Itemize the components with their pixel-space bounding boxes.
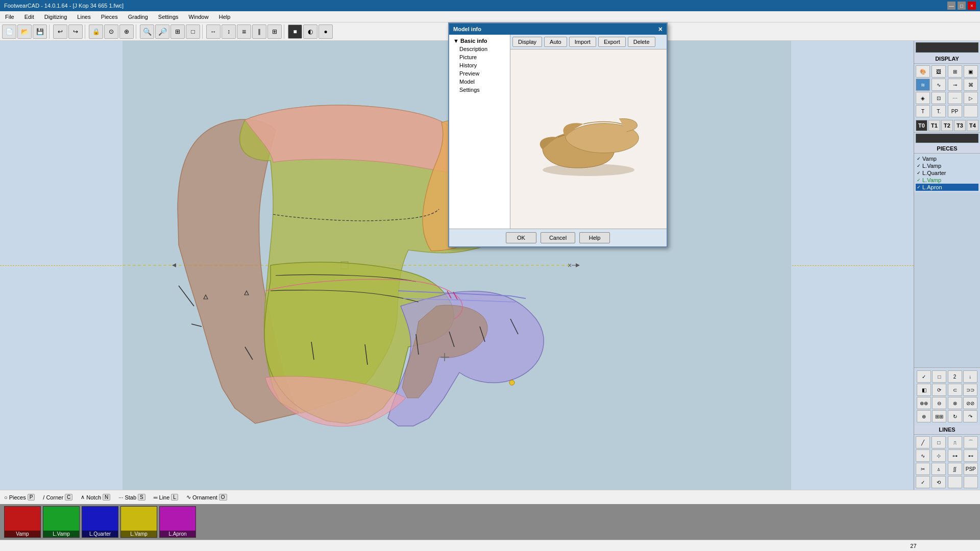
display-icon-2[interactable]: 🖼 — [932, 65, 946, 78]
lines-icon-3[interactable]: ⎍ — [948, 436, 962, 448]
display-icon-10[interactable]: ⊡ — [932, 92, 946, 104]
tb-undo[interactable]: ↩ — [53, 24, 67, 39]
action-icon-3[interactable]: 2 — [948, 370, 962, 383]
model-import-btn[interactable]: Import — [569, 37, 596, 47]
tb-lock[interactable]: 🔒 — [89, 24, 103, 39]
tb-zoom-in[interactable]: 🔎 — [155, 24, 169, 39]
model-close-button[interactable]: × — [658, 25, 663, 33]
action-icon-8[interactable]: ⊃⊃ — [963, 384, 977, 396]
action-icon-7[interactable]: ⊂ — [948, 384, 962, 396]
menu-digitizing[interactable]: Digitizing — [39, 11, 72, 22]
tree-basic-info[interactable]: ▼ Basic info — [451, 37, 508, 45]
bt-corner[interactable]: / Corner C — [43, 494, 72, 500]
piece-thumb-lapron[interactable]: L.Apron — [159, 506, 196, 538]
display-icon-11[interactable]: ⋯ — [948, 92, 962, 104]
minimize-button[interactable]: — — [947, 2, 955, 10]
tree-settings[interactable]: Settings — [451, 86, 508, 94]
action-icon-9[interactable]: ⊕⊕ — [917, 397, 931, 409]
piece-vamp[interactable]: ✓ Vamp — [916, 155, 978, 162]
lines-icon-13[interactable]: ✓ — [916, 476, 930, 488]
display-icon-16[interactable] — [964, 105, 978, 117]
display-icon-6[interactable]: ∿ — [932, 79, 946, 91]
lines-icon-1[interactable]: ╱ — [916, 436, 930, 448]
action-icon-5[interactable]: ◧ — [917, 384, 931, 396]
tb-new[interactable]: 📄 — [2, 24, 16, 39]
bt-ornament[interactable]: ∿ Ornament O — [186, 494, 227, 500]
tree-model[interactable]: Model — [451, 78, 508, 86]
bt-notch[interactable]: ∧ Notch N — [81, 494, 110, 500]
display-icon-4[interactable]: ▣ — [964, 65, 978, 78]
menu-lines[interactable]: Lines — [72, 11, 95, 22]
display-icon-13[interactable]: T — [916, 105, 930, 117]
tb-plus[interactable]: ⊕ — [119, 24, 134, 39]
tb-redo[interactable]: ↪ — [68, 24, 83, 39]
menu-settings[interactable]: Settings — [153, 11, 184, 22]
piece-lquarter[interactable]: ✓ L.Quarter — [916, 169, 978, 177]
bt-pieces[interactable]: ○ Pieces P — [4, 494, 35, 500]
tb-display2[interactable]: ● — [318, 24, 333, 39]
model-delete-btn[interactable]: Delete — [628, 37, 655, 47]
tb-zoom-out[interactable]: 🔍 — [140, 24, 154, 39]
tree-picture[interactable]: Picture — [451, 53, 508, 61]
t1-button[interactable]: T1 — [928, 120, 940, 131]
action-icon-10[interactable]: ⊖ — [932, 397, 946, 409]
display-icon-14[interactable]: T. — [932, 105, 946, 117]
dialog-help-button[interactable]: Help — [579, 232, 610, 243]
piece-lvamp[interactable]: ✓ L.Vamp — [916, 162, 978, 169]
action-icon-2[interactable]: □ — [932, 370, 946, 383]
display-icon-15[interactable]: PP — [948, 105, 962, 117]
action-icon-14[interactable]: ⊞⊞ — [932, 410, 946, 422]
piece-thumb-lquarter[interactable]: L.Quarter — [82, 506, 118, 538]
menu-grading[interactable]: Grading — [123, 11, 153, 22]
lines-icon-7[interactable]: ⊶ — [948, 449, 962, 462]
display-icon-1[interactable]: 🎨 — [916, 65, 930, 78]
t3-button[interactable]: T3 — [954, 120, 966, 131]
t0-button[interactable]: T0 — [916, 120, 927, 131]
tree-description[interactable]: Description — [451, 45, 508, 53]
tree-preview[interactable]: Preview — [451, 69, 508, 78]
piece-thumb-lvamp2[interactable]: L.Vamp — [120, 506, 157, 538]
action-icon-4[interactable]: ↓ — [963, 370, 977, 383]
color-swatch[interactable] — [916, 42, 978, 53]
display-icon-3[interactable]: ⊞ — [948, 65, 962, 78]
tb-grading3[interactable]: ⊞ — [267, 24, 282, 39]
tb-measure-v[interactable]: ↕ — [222, 24, 236, 39]
model-display-btn[interactable]: Display — [512, 37, 542, 47]
action-icon-15[interactable]: ↻ — [948, 410, 962, 422]
model-dialog-title[interactable]: Model info × — [449, 23, 667, 35]
tb-zoom-fit[interactable]: ⊞ — [170, 24, 185, 39]
tb-grading1[interactable]: ≡ — [237, 24, 251, 39]
dialog-ok-button[interactable]: OK — [506, 232, 536, 243]
tb-save[interactable]: 💾 — [33, 24, 47, 39]
tb-measure-h[interactable]: ↔ — [206, 24, 220, 39]
lines-icon-11[interactable]: ∫∫ — [948, 463, 962, 475]
lines-icon-12[interactable]: PSP — [964, 463, 978, 475]
display-icon-5[interactable]: ≋ — [916, 79, 930, 91]
lines-icon-15[interactable] — [948, 476, 962, 488]
menu-edit[interactable]: Edit — [19, 11, 39, 22]
action-icon-13[interactable]: ⊕ — [917, 410, 931, 422]
close-button[interactable]: × — [968, 2, 976, 10]
lines-icon-10[interactable]: ⍋ — [932, 463, 946, 475]
bt-line[interactable]: ═ Line L — [154, 494, 178, 500]
tb-grading2[interactable]: ∥ — [252, 24, 266, 39]
menu-file[interactable]: File — [0, 11, 19, 22]
tb-display1[interactable]: ◐ — [303, 24, 317, 39]
lines-icon-8[interactable]: ⊷ — [964, 449, 978, 462]
lines-icon-6[interactable]: ⊹ — [932, 449, 946, 462]
piece-thumb-vamp[interactable]: Vamp — [4, 506, 41, 538]
action-icon-16[interactable]: ↷ — [963, 410, 977, 422]
t4-button[interactable]: T4 — [967, 120, 978, 131]
action-icon-6[interactable]: ⟳ — [932, 384, 946, 396]
action-icon-1[interactable]: ✓ — [917, 370, 931, 383]
maximize-button[interactable]: □ — [958, 2, 966, 10]
menu-help[interactable]: Help — [214, 11, 236, 22]
display-icon-8[interactable]: ⌘ — [964, 79, 978, 91]
bt-stab[interactable]: ··· Stab S — [118, 494, 145, 500]
display-icon-7[interactable]: ⊸ — [948, 79, 962, 91]
display-icon-9[interactable]: ◈ — [916, 92, 930, 104]
piece-lvamp2[interactable]: ✓ L.Vamp — [916, 177, 978, 184]
menu-pieces[interactable]: Pieces — [96, 11, 123, 22]
lines-icon-9[interactable]: ✂ — [916, 463, 930, 475]
lines-icon-2[interactable]: □ — [932, 436, 946, 448]
